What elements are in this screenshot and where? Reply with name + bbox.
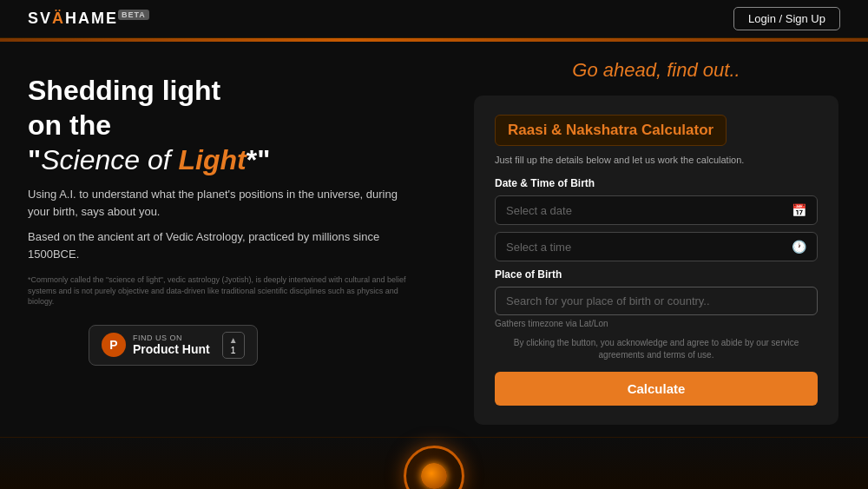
product-hunt-badge[interactable]: P FIND US ON Product Hunt ▲ 1 xyxy=(89,325,258,366)
clock-icon: 🕐 xyxy=(792,240,806,254)
date-input-row: 📅 xyxy=(495,195,818,225)
calculator-title: Raasi & Nakshatra Calculator xyxy=(495,115,727,146)
tagline: Go ahead, find out.. xyxy=(572,59,740,82)
calculator-subtitle: Just fill up the details below and let u… xyxy=(495,155,818,165)
calendar-icon: 📅 xyxy=(792,203,806,217)
upvote-arrow-icon: ▲ xyxy=(229,335,238,345)
beta-badge: BETA xyxy=(118,10,149,20)
place-section: Place of Birth Gathers timezone via Lat/… xyxy=(495,268,818,328)
place-input[interactable] xyxy=(506,294,806,307)
place-section-label: Place of Birth xyxy=(495,268,818,281)
place-hint: Gathers timezone via Lat/Lon xyxy=(495,319,818,328)
place-input-row xyxy=(495,287,818,315)
ph-product-hunt-name: Product Hunt xyxy=(133,342,210,356)
ph-upvote-button[interactable]: ▲ 1 xyxy=(222,332,245,359)
terms-text: By clicking the button, you acknowledge … xyxy=(495,337,818,361)
left-panel: Shedding light on the "Science of Light*… xyxy=(0,42,451,489)
hero-sub2: Based on the ancient art of Vedic Astrol… xyxy=(28,228,410,262)
date-input[interactable] xyxy=(506,204,786,217)
hero-title: Shedding light on the "Science of Light*… xyxy=(28,73,424,177)
header: SVÄHAMEBETA Login / Sign Up xyxy=(0,0,868,38)
product-hunt-icon: P xyxy=(102,333,126,357)
hero-subtitle: Using A.I. to understand what the planet… xyxy=(28,186,410,220)
calculate-button[interactable]: Calculate xyxy=(495,372,818,406)
orb-inner xyxy=(421,463,447,489)
ph-find-us-label: FIND US ON xyxy=(133,334,210,342)
time-input[interactable] xyxy=(506,241,786,254)
main-content: Shedding light on the "Science of Light*… xyxy=(0,42,868,489)
time-input-row: 🕐 xyxy=(495,232,818,261)
logo: SVÄHAMEBETA xyxy=(28,10,149,28)
disclaimer: *Commonly called the "science of light",… xyxy=(28,274,410,307)
orb-decoration xyxy=(404,446,464,489)
ph-text-area: FIND US ON Product Hunt xyxy=(133,334,210,356)
orb-outer xyxy=(404,446,464,489)
date-section-label: Date & Time of Birth xyxy=(495,177,818,189)
right-panel: Go ahead, find out.. Raasi & Nakshatra C… xyxy=(451,42,868,489)
bottom-section xyxy=(0,437,868,489)
login-button[interactable]: Login / Sign Up xyxy=(733,7,840,30)
logo-area: SVÄHAMEBETA xyxy=(28,10,149,28)
upvote-count: 1 xyxy=(231,345,236,355)
calculator-card: Raasi & Nakshatra Calculator Just fill u… xyxy=(474,96,838,425)
